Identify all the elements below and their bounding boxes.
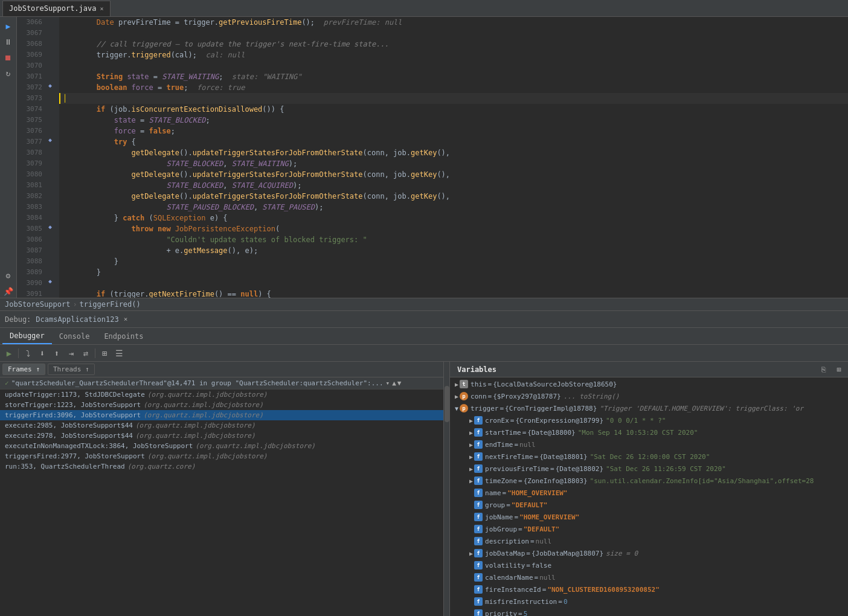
- gutter-bookmark-3085[interactable]: ◆: [48, 223, 52, 230]
- expand-cronex-icon[interactable]: ▶: [469, 416, 473, 426]
- run-cursor-button[interactable]: ⇥: [65, 347, 78, 360]
- resume-button[interactable]: ▶: [2, 347, 16, 360]
- frames-tab[interactable]: Frames ↑: [2, 364, 45, 375]
- var-volatility[interactable]: ▶ f volatility = false: [450, 560, 848, 572]
- threads-tab[interactable]: Threads ↑: [48, 364, 95, 375]
- stack-frame-2[interactable]: triggerFired:3096, JobStoreSupport (org.…: [0, 410, 443, 420]
- code-line-3082: getDelegate().updateTriggerStatesForJobF…: [59, 191, 848, 202]
- stop-icon[interactable]: ⏹: [2, 51, 15, 64]
- var-icon-f-jdm: f: [474, 549, 483, 557]
- code-line-3078: getDelegate().updateTriggerStatesForJobF…: [59, 147, 848, 158]
- pin-icon[interactable]: 📌: [2, 284, 15, 298]
- var-icon-f-endtime: f: [474, 440, 483, 449]
- var-priority[interactable]: ▶ f priority = 5: [450, 608, 848, 616]
- thread-expand-icon[interactable]: ▾: [386, 379, 390, 387]
- expand-jdm-icon[interactable]: ▶: [469, 549, 473, 559]
- var-cronex[interactable]: ▶ f cronEx = {CronExpression@18799} "0 0…: [450, 415, 848, 427]
- var-group[interactable]: ▶ f group = "DEFAULT": [450, 499, 848, 512]
- gutter-bookmark-3074[interactable]: ◆: [48, 82, 52, 89]
- var-icon-f-jobname: f: [474, 513, 483, 521]
- var-calendarname[interactable]: ▶ f calendarName = null: [450, 572, 848, 584]
- expand-prevfire-icon[interactable]: ▶: [469, 464, 473, 474]
- code-line-3073: │: [59, 93, 848, 104]
- var-starttime[interactable]: ▶ f startTime = {Date@18800} "Mon Sep 14…: [450, 427, 848, 439]
- code-line-3067: [59, 28, 848, 39]
- var-jobgroup[interactable]: ▶ f jobGroup = "DEFAULT": [450, 524, 848, 536]
- var-trigger[interactable]: ▼ p trigger = {CronTriggerImpl@18788} "T…: [450, 403, 848, 415]
- gutter-bookmark-3091[interactable]: ◆: [48, 278, 52, 284]
- left-scrollbar[interactable]: [444, 362, 450, 616]
- variable-toolbar-actions: ⎘ ⊞: [817, 363, 846, 376]
- stack-frame-0[interactable]: updateTrigger:1173, StdJDBCDelegate (org…: [0, 390, 443, 400]
- tab-endpoints[interactable]: Endpoints: [97, 329, 150, 344]
- pause-icon[interactable]: ⏸: [2, 35, 15, 48]
- rerun-icon[interactable]: ↻: [2, 66, 15, 80]
- step-over-button[interactable]: ⤵: [21, 347, 34, 360]
- var-misfire[interactable]: ▶ f misfireInstruction = 0: [450, 596, 848, 608]
- bottom-panel: Debugger Console Endpoints ▶ ⤵ ⬇ ⬆ ⇥ ⇄ ⊞…: [0, 328, 848, 616]
- debug-session: DcamsApplication123: [36, 315, 118, 324]
- thread-up-icon[interactable]: ▲: [392, 379, 396, 387]
- stack-frame-5[interactable]: executeInNonManagedTXLock:3864, JobStore…: [0, 441, 443, 451]
- copy-all-button[interactable]: ⊞: [832, 363, 846, 376]
- breadcrumb-class: JobStoreSupport: [5, 300, 70, 309]
- stack-frame-3[interactable]: execute:2985, JobStoreSupport$44 (org.qu…: [0, 420, 443, 431]
- code-line-3084: } catch (SQLException e) {: [59, 213, 848, 223]
- view-grid-button[interactable]: ⊞: [98, 347, 111, 360]
- stack-frame-6[interactable]: triggersFired:2977, JobStoreSupport (org…: [0, 451, 443, 461]
- code-line-3081: STATE_BLOCKED, STATE_ACQUIRED);: [59, 180, 848, 191]
- var-icon-p-trigger: p: [460, 404, 468, 412]
- var-icon-f-fii: f: [474, 585, 483, 594]
- var-icon-f-jobgroup: f: [474, 525, 483, 533]
- code-line-3091: if (trigger.getNextFireTime() == null) {: [59, 289, 848, 298]
- code-line-3072: boolean force = true; force: true: [59, 82, 848, 93]
- var-description[interactable]: ▶ f description = null: [450, 536, 848, 548]
- var-jobname[interactable]: ▶ f jobName = "HOME_OVERVIEW": [450, 512, 848, 524]
- var-endtime[interactable]: ▶ f endTime = null: [450, 439, 848, 451]
- code-content: Date prevFireTime = trigger.getPreviousF…: [59, 17, 848, 298]
- expand-conn-icon[interactable]: ▶: [455, 392, 458, 402]
- config-icon[interactable]: ⚙: [2, 269, 15, 282]
- expand-endtime-icon[interactable]: ▶: [469, 440, 473, 450]
- step-into-button[interactable]: ⬇: [36, 347, 49, 360]
- tab-jobstoresupport[interactable]: JobStoreSupport.java ×: [2, 1, 111, 16]
- gutter-bookmark-3078[interactable]: ◆: [48, 136, 52, 143]
- var-nextfiretime[interactable]: ▶ f nextFireTime = {Date@18801} "Sat Dec…: [450, 451, 848, 463]
- expand-trigger-icon[interactable]: ▼: [455, 404, 458, 414]
- var-fireinstanceid[interactable]: ▶ f fireInstanceId = "NON_CLUSTERED16089…: [450, 584, 848, 596]
- thread-down-icon[interactable]: ▼: [397, 379, 402, 387]
- var-jobdatamap[interactable]: ▶ f jobDataMap = {JobDataMap@18807} size…: [450, 548, 848, 560]
- var-this[interactable]: ▶ t this = {LocalDataSourceJobStore@1865…: [450, 379, 848, 391]
- stack-frame-1[interactable]: storeTrigger:1223, JobStoreSupport (org.…: [0, 400, 443, 410]
- run-icon[interactable]: ▶: [2, 19, 15, 33]
- debug-label: Debug:: [5, 315, 31, 324]
- expand-timezone-icon[interactable]: ▶: [469, 476, 473, 486]
- code-line-3085: throw new JobPersistenceException(: [59, 223, 848, 234]
- split-panel: Frames ↑ Threads ↑ ✓ "quartzScheduler_Qu…: [0, 362, 848, 616]
- tab-close[interactable]: ×: [100, 5, 104, 12]
- variables-panel: Variables ⎘ ⊞ ▶ t this = {LocalDataSourc…: [450, 362, 848, 616]
- var-name[interactable]: ▶ f name = "HOME_OVERVIEW": [450, 487, 848, 499]
- stack-frame-7[interactable]: run:353, QuartzSchedulerThread (org.quar…: [0, 461, 443, 472]
- tab-console[interactable]: Console: [52, 329, 97, 344]
- debug-session-close[interactable]: ×: [124, 315, 128, 323]
- expand-nextfire-icon[interactable]: ▶: [469, 452, 473, 462]
- step-out-button[interactable]: ⬆: [50, 347, 63, 360]
- code-line-3076: force = false;: [59, 126, 848, 136]
- var-conn[interactable]: ▶ p conn = {$Proxy297@18787} ... toStrin…: [450, 391, 848, 403]
- evaluate-button[interactable]: ⇄: [79, 347, 92, 360]
- var-previousfiretime[interactable]: ▶ f previousFireTime = {Date@18802} "Sat…: [450, 463, 848, 475]
- view-list-button[interactable]: ☰: [112, 347, 126, 360]
- var-timezone[interactable]: ▶ f timeZone = {ZoneInfo@18803} "sun.uti…: [450, 475, 848, 487]
- var-icon-f-nextfire: f: [474, 452, 483, 461]
- var-icon-f-prevfire: f: [474, 464, 483, 473]
- copy-value-button[interactable]: ⎘: [817, 363, 830, 376]
- tab-debugger[interactable]: Debugger: [2, 329, 52, 344]
- expand-starttime-icon[interactable]: ▶: [469, 428, 473, 438]
- stack-frame-4[interactable]: execute:2978, JobStoreSupport$44 (org.qu…: [0, 431, 443, 441]
- left-scrollbar-thumb[interactable]: [445, 386, 449, 422]
- code-line-3071: String state = STATE_WAITING; state: "WA…: [59, 71, 848, 82]
- debug-toolbar: ▶ ⤵ ⬇ ⬆ ⇥ ⇄ ⊞ ☰: [0, 345, 848, 362]
- var-icon-f-prio: f: [474, 609, 483, 616]
- expand-this-icon[interactable]: ▶: [455, 380, 458, 390]
